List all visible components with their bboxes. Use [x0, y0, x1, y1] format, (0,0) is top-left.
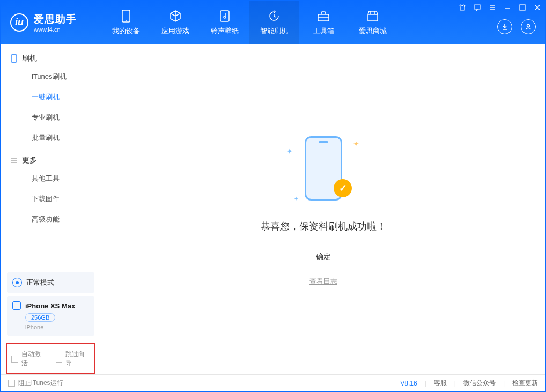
sidebar-head-more[interactable]: 更多: [10, 156, 101, 165]
nav-flash[interactable]: 智能刷机: [249, 1, 299, 44]
device-name: iPhone XS Max: [25, 302, 75, 310]
nav-ringtones[interactable]: 铃声壁纸: [200, 1, 249, 44]
sparkle-icon: ✦: [294, 196, 298, 202]
sidebar-item-pro-flash[interactable]: 专业刷机: [10, 107, 101, 128]
feedback-icon[interactable]: [474, 4, 481, 13]
ok-button[interactable]: 确定: [289, 247, 358, 267]
svg-point-6: [527, 25, 530, 27]
svg-rect-5: [520, 5, 525, 10]
bottom-options-highlight: 自动激活 跳过向导: [6, 343, 95, 374]
nav-apps-games[interactable]: 应用游戏: [151, 1, 200, 44]
cube-icon: [168, 9, 182, 23]
close-icon[interactable]: [534, 4, 541, 13]
device-name-row: iPhone XS Max: [12, 301, 89, 310]
toolbox-icon: [316, 9, 330, 23]
logo-text: 爱思助手 www.i4.cn: [34, 12, 77, 33]
sidebar-section-more: 更多 其他工具 下载固件 高级功能: [1, 150, 101, 232]
nav-my-device[interactable]: 我的设备: [101, 1, 151, 44]
footer-right: V8.16 | 客服 | 微信公众号 | 检查更新: [400, 379, 538, 388]
svg-rect-4: [474, 5, 481, 9]
sidebar-item-batch-flash[interactable]: 批量刷机: [10, 128, 101, 148]
block-itunes-checkbox[interactable]: 阻止iTunes运行: [8, 379, 63, 388]
app-logo-icon: iu: [10, 13, 28, 32]
main-content: ✦ ✦ ✦ ✓ 恭喜您，保资料刷机成功啦！ 确定 查看日志: [101, 44, 545, 374]
menu-lines-icon: [10, 157, 18, 164]
nav-toolbox[interactable]: 工具箱: [299, 1, 348, 44]
minimize-icon[interactable]: [504, 4, 511, 13]
sidebar-item-advanced[interactable]: 高级功能: [10, 209, 101, 230]
app-name: 爱思助手: [34, 12, 77, 26]
device-phone-icon: [12, 301, 21, 310]
check-update-link[interactable]: 检查更新: [512, 379, 538, 388]
sidebar-item-download-firmware[interactable]: 下载固件: [10, 189, 101, 209]
device-mode-status[interactable]: 正常模式: [7, 272, 94, 293]
title-bar: iu 爱思助手 www.i4.cn 我的设备 应用游戏: [1, 1, 545, 44]
checkbox-icon: [11, 356, 18, 363]
check-badge-icon: ✓: [334, 179, 352, 197]
sidebar-item-other-tools[interactable]: 其他工具: [10, 168, 101, 189]
sparkle-icon: ✦: [353, 139, 359, 148]
window-controls: [459, 4, 541, 13]
device-storage: 256GB: [25, 313, 55, 322]
sidebar: 刷机 iTunes刷机 一键刷机 专业刷机 批量刷机 更多 其他工具 下载固件 …: [1, 44, 101, 374]
status-dot-icon: [12, 278, 22, 287]
device-card[interactable]: iPhone XS Max 256GB iPhone: [7, 296, 94, 336]
music-icon: [218, 9, 232, 23]
app-window: iu 爱思助手 www.i4.cn 我的设备 应用游戏: [0, 0, 546, 392]
version-label: V8.16: [400, 380, 417, 387]
skip-guide-checkbox[interactable]: 跳过向导: [56, 350, 91, 368]
success-message: 恭喜您，保资料刷机成功啦！: [261, 220, 386, 233]
logo-area: iu 爱思助手 www.i4.cn: [1, 1, 101, 44]
phone-icon: [10, 55, 18, 62]
shirt-icon[interactable]: [459, 4, 466, 13]
user-button[interactable]: [521, 19, 536, 34]
view-log-link[interactable]: 查看日志: [309, 277, 337, 286]
svg-rect-3: [318, 14, 329, 21]
footer-bar: 阻止iTunes运行 V8.16 | 客服 | 微信公众号 | 检查更新: [1, 374, 545, 391]
sparkle-icon: ✦: [286, 147, 293, 156]
device-type: iPhone: [25, 324, 89, 330]
auto-activate-checkbox[interactable]: 自动激活: [11, 350, 46, 368]
nav-tabs: 我的设备 应用游戏 铃声壁纸 智能刷机: [101, 1, 397, 44]
download-button[interactable]: [497, 19, 512, 34]
checkbox-icon: [56, 356, 63, 363]
nav-store[interactable]: 爱思商城: [348, 1, 397, 44]
store-icon: [366, 9, 380, 23]
sidebar-item-itunes-flash[interactable]: iTunes刷机: [10, 66, 101, 87]
support-link[interactable]: 客服: [434, 379, 447, 388]
header-right-buttons: [497, 19, 536, 34]
device-icon: [119, 9, 133, 23]
sidebar-head-flash[interactable]: 刷机: [10, 54, 101, 63]
success-illustration: ✦ ✦ ✦ ✓: [278, 132, 369, 207]
svg-rect-7: [11, 55, 17, 62]
svg-point-1: [126, 20, 127, 21]
maximize-icon[interactable]: [519, 4, 526, 13]
checkbox-icon: [8, 380, 15, 387]
refresh-icon: [267, 9, 281, 23]
sidebar-item-onekey-flash[interactable]: 一键刷机: [10, 87, 101, 107]
app-domain: www.i4.cn: [34, 26, 77, 33]
sidebar-section-flash: 刷机 iTunes刷机 一键刷机 专业刷机 批量刷机: [1, 48, 101, 150]
wechat-link[interactable]: 微信公众号: [463, 379, 496, 388]
body: 刷机 iTunes刷机 一键刷机 专业刷机 批量刷机 更多 其他工具 下载固件 …: [1, 44, 545, 374]
menu-icon[interactable]: [489, 4, 496, 13]
